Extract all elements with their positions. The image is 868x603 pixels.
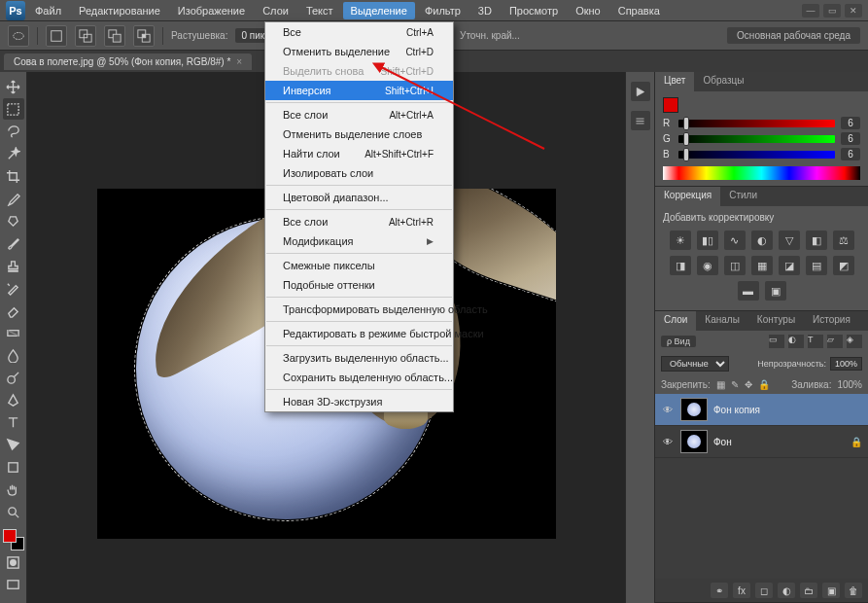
layer-row[interactable]: 👁 Фон 🔒: [655, 426, 868, 458]
menu-item[interactable]: Цветовой диапазон...: [265, 188, 453, 207]
menu-item[interactable]: Изолировать слои: [265, 163, 453, 183]
color-swatches[interactable]: [3, 529, 24, 550]
lock-paint-icon[interactable]: ✎: [731, 379, 739, 390]
sel-sub-icon[interactable]: [104, 25, 125, 47]
wand-tool-icon[interactable]: [3, 143, 24, 164]
filter-shape-icon[interactable]: ▱: [827, 335, 843, 348]
document-tab[interactable]: Сова в полете.jpg @ 50% (Фон копия, RGB/…: [4, 53, 252, 70]
menu-item[interactable]: Трансформировать выделенную область: [265, 300, 453, 319]
dodge-tool-icon[interactable]: [3, 367, 24, 388]
adj-lookup-icon[interactable]: ▦: [751, 256, 773, 275]
adj-layer-icon[interactable]: ◐: [778, 583, 795, 598]
group-icon[interactable]: 🗀: [800, 583, 817, 598]
pen-tool-icon[interactable]: [3, 389, 24, 410]
workspace-switcher[interactable]: Основная рабочая среда: [727, 27, 860, 44]
tab-corrections[interactable]: Коррекция: [655, 187, 720, 206]
menu-window[interactable]: Окно: [568, 2, 608, 19]
zoom-tool-icon[interactable]: [3, 501, 24, 522]
play-icon[interactable]: [631, 82, 650, 101]
filter-img-icon[interactable]: ▭: [769, 335, 784, 348]
opacity-input[interactable]: 100%: [830, 357, 862, 371]
lock-all-icon[interactable]: 🔒: [758, 379, 770, 390]
adj-hue-icon[interactable]: ◧: [806, 231, 827, 250]
menu-item[interactable]: Загрузить выделенную область...: [265, 348, 453, 368]
adj-curves-icon[interactable]: ∿: [724, 231, 746, 250]
link-layers-icon[interactable]: ⚭: [711, 583, 728, 598]
menu-select[interactable]: Выделение: [343, 2, 415, 19]
menu-file[interactable]: Файл: [27, 2, 69, 19]
menu-help[interactable]: Справка: [610, 2, 668, 19]
layer-name[interactable]: Фон: [713, 437, 732, 447]
layer-name[interactable]: Фон копия: [713, 405, 760, 415]
adj-threshold-icon[interactable]: ◩: [833, 256, 854, 275]
tab-paths[interactable]: Контуры: [748, 311, 804, 331]
adj-mixer-icon[interactable]: ◫: [724, 256, 746, 275]
fill-input[interactable]: 100%: [837, 379, 862, 390]
tab-channels[interactable]: Каналы: [696, 311, 748, 331]
select-menu-dropdown[interactable]: ВсеCtrl+AОтменить выделениеCtrl+DВыделит…: [264, 21, 454, 412]
win-minimize[interactable]: ―: [802, 4, 819, 18]
fx-icon[interactable]: fx: [733, 583, 750, 598]
current-tool-icon[interactable]: [8, 25, 29, 47]
adj-balance-icon[interactable]: ⚖: [833, 231, 854, 250]
current-color-swatch[interactable]: [663, 97, 678, 113]
spectrum-bar[interactable]: [663, 166, 860, 180]
menu-item[interactable]: Найти слоиAlt+Shift+Ctrl+F: [265, 144, 453, 163]
adj-photo-icon[interactable]: ◉: [697, 256, 718, 275]
menu-item[interactable]: ВсеCtrl+A: [265, 22, 453, 42]
visibility-icon[interactable]: 👁: [661, 403, 675, 416]
eraser-tool-icon[interactable]: [3, 300, 24, 321]
trash-icon[interactable]: 🗑: [845, 583, 862, 598]
filter-type-icon[interactable]: T: [808, 335, 823, 348]
layer-row[interactable]: 👁 Фон копия: [655, 394, 868, 426]
adj-selective-icon[interactable]: ▣: [765, 281, 786, 301]
sel-add-icon[interactable]: [75, 25, 96, 47]
menu-item[interactable]: Сохранить выделенную область...: [265, 368, 453, 387]
shape-tool-icon[interactable]: [3, 456, 24, 478]
crop-tool-icon[interactable]: [3, 165, 24, 187]
menu-3d[interactable]: 3D: [470, 2, 500, 19]
menu-item[interactable]: ИнверсияShift+Ctrl+I: [265, 81, 453, 100]
sel-new-icon[interactable]: [46, 25, 67, 47]
menu-item[interactable]: Новая 3D-экструзия: [265, 392, 453, 411]
tab-history[interactable]: История: [804, 311, 859, 331]
tab-styles[interactable]: Стили: [720, 187, 766, 206]
menu-item[interactable]: Отменить выделение слоев: [265, 124, 453, 144]
adj-levels-icon[interactable]: ▮▯: [697, 231, 718, 250]
menu-text[interactable]: Текст: [298, 2, 341, 19]
menu-filter[interactable]: Фильтр: [417, 2, 469, 19]
sel-intersect-icon[interactable]: [133, 25, 155, 47]
blur-tool-icon[interactable]: [3, 344, 24, 366]
menu-image[interactable]: Изображение: [170, 2, 253, 19]
menu-layers[interactable]: Слои: [255, 2, 296, 19]
adj-exposure-icon[interactable]: ◐: [751, 231, 773, 250]
brush-tool-icon[interactable]: [3, 232, 24, 254]
stamp-tool-icon[interactable]: [3, 255, 24, 276]
marquee-tool-icon[interactable]: [3, 98, 24, 120]
win-close[interactable]: ✕: [845, 4, 862, 18]
properties-icon[interactable]: [631, 111, 650, 130]
menu-edit[interactable]: Редактирование: [71, 2, 168, 19]
adj-invert-icon[interactable]: ◪: [779, 256, 800, 275]
adj-poster-icon[interactable]: ▤: [806, 256, 827, 275]
menu-item[interactable]: Смежные пикселы: [265, 256, 453, 275]
new-layer-icon[interactable]: ▣: [822, 583, 840, 598]
tab-swatches[interactable]: Образцы: [694, 72, 752, 91]
adj-vibrance-icon[interactable]: ▽: [779, 231, 800, 250]
close-icon[interactable]: ×: [236, 56, 242, 67]
slider-r[interactable]: R 6: [663, 117, 860, 129]
filter-adj-icon[interactable]: ◐: [788, 335, 804, 348]
adj-brightness-icon[interactable]: ☀: [670, 231, 691, 250]
lock-trans-icon[interactable]: ▦: [716, 379, 725, 390]
tab-color[interactable]: Цвет: [655, 72, 694, 91]
slider-b[interactable]: B 6: [663, 148, 860, 160]
menu-item[interactable]: Модификация▶: [265, 231, 453, 251]
refine-edge-button[interactable]: Уточн. край...: [460, 30, 520, 41]
eyedropper-tool-icon[interactable]: [3, 188, 24, 209]
menu-view[interactable]: Просмотр: [502, 2, 566, 19]
menu-item[interactable]: Все слоиAlt+Ctrl+R: [265, 212, 453, 231]
menu-item[interactable]: Подобные оттенки: [265, 275, 453, 295]
history-brush-icon[interactable]: [3, 277, 24, 299]
type-tool-icon[interactable]: [3, 411, 24, 433]
tab-layers[interactable]: Слои: [655, 311, 696, 331]
